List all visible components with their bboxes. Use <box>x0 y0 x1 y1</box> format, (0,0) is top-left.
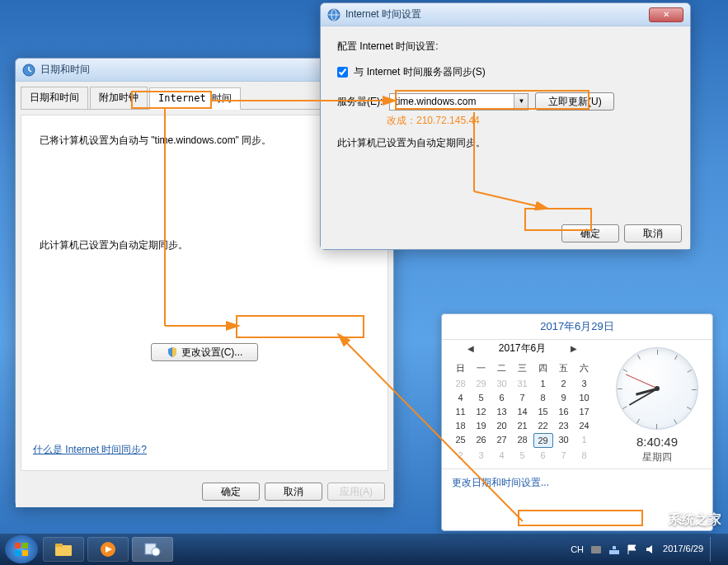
calendar-day[interactable]: 24 <box>575 419 594 432</box>
server-input[interactable] <box>390 94 514 109</box>
popup-date-header: 2017年6月29日 <box>442 314 712 339</box>
change-settings-button[interactable]: 更改设置(C)... <box>151 343 258 361</box>
calendar-day[interactable]: 7 <box>513 391 533 404</box>
weekday-text: 星期四 <box>612 450 702 464</box>
calendar-day-next[interactable]: 2 <box>451 449 471 462</box>
change-date-time-link[interactable]: 更改日期和时间设置... <box>452 477 549 488</box>
second-hand <box>626 374 658 388</box>
calendar-day[interactable]: 29 <box>533 433 553 448</box>
folder-icon <box>54 542 73 557</box>
calendar-day[interactable]: 18 <box>451 419 471 432</box>
close-button[interactable]: ✕ <box>649 7 683 22</box>
calendar-day-next[interactable]: 7 <box>554 449 574 462</box>
svg-rect-23 <box>613 546 616 549</box>
calendar-day-prev[interactable]: 28 <box>451 377 471 390</box>
calendar-day[interactable]: 17 <box>575 405 594 418</box>
calendar-day[interactable]: 19 <box>472 419 491 432</box>
heading-text: 配置 Internet 时间设置: <box>337 40 674 54</box>
calendar-clock-icon <box>144 542 161 557</box>
calendar-day[interactable]: 12 <box>472 405 491 418</box>
help-link[interactable]: 什么是 Internet 时间同步? <box>33 444 147 455</box>
annotation-change-to: 改成：210.72.145.44 <box>387 114 674 128</box>
calendar-day[interactable]: 25 <box>451 433 471 448</box>
calendar-day[interactable]: 13 <box>492 405 512 418</box>
tray-network-icon[interactable] <box>608 544 620 555</box>
calendar-day[interactable]: 23 <box>554 419 574 432</box>
calendar-day-header: 三 <box>513 360 533 376</box>
taskbar-item-explorer[interactable] <box>43 537 84 562</box>
window-title: Internet 时间设置 <box>345 7 649 21</box>
system-tray[interactable]: CH 2017/6/29 <box>571 537 723 562</box>
sync-checkbox[interactable] <box>337 67 348 78</box>
calendar-day[interactable]: 20 <box>492 419 512 432</box>
calendar-day[interactable]: 8 <box>533 391 553 404</box>
calendar-day-next[interactable]: 3 <box>472 449 491 462</box>
tab-internet-time[interactable]: Internet 时间 <box>149 87 241 110</box>
dialog-button-row: 确定 取消 应用(A) <box>16 476 393 507</box>
cancel-button[interactable]: 取消 <box>624 224 682 242</box>
calendar-day[interactable]: 15 <box>533 405 553 418</box>
start-button[interactable] <box>5 535 38 563</box>
window-title: 日期和时间 <box>40 63 352 77</box>
calendar-day[interactable]: 6 <box>492 391 512 404</box>
calendar-day[interactable]: 28 <box>513 433 533 448</box>
clock-icon <box>22 64 35 77</box>
calendar-day[interactable]: 1 <box>533 377 553 390</box>
calendar-day-prev[interactable]: 29 <box>472 377 491 390</box>
calendar-day[interactable]: 10 <box>575 391 594 404</box>
calendar-day-header: 六 <box>575 360 594 376</box>
calendar-day[interactable]: 26 <box>472 433 491 448</box>
calendar-day[interactable]: 21 <box>513 419 533 432</box>
chevron-down-icon[interactable]: ▼ <box>514 94 528 110</box>
dialog-body: 配置 Internet 时间设置: 与 Internet 时间服务器同步(S) … <box>321 26 690 163</box>
calendar-day[interactable]: 9 <box>554 391 574 404</box>
tab-additional-clocks[interactable]: 附加时钟 <box>90 87 148 109</box>
taskbar-item-media[interactable] <box>87 537 129 562</box>
prev-month-button[interactable]: ◀ <box>467 344 474 353</box>
ok-button[interactable]: 确定 <box>202 483 260 501</box>
calendar-day-next[interactable]: 6 <box>533 449 553 462</box>
windows-logo-icon <box>13 541 30 558</box>
svg-rect-14 <box>15 550 21 556</box>
server-combobox[interactable]: ▼ <box>389 93 528 111</box>
calendar-day-next[interactable]: 4 <box>492 449 512 462</box>
calendar-day-prev[interactable]: 31 <box>513 377 533 390</box>
next-month-button[interactable]: ▶ <box>571 344 577 353</box>
calendar-day-next[interactable]: 5 <box>513 449 533 462</box>
calendar-day[interactable]: 14 <box>513 405 533 418</box>
watermark: 系统之家 <box>642 509 721 530</box>
svg-rect-13 <box>22 543 28 549</box>
calendar-day-next[interactable]: 1 <box>575 433 594 448</box>
tray-clock[interactable]: 2017/6/29 <box>663 544 703 554</box>
calendar-day[interactable]: 4 <box>451 391 471 404</box>
show-desktop-button[interactable] <box>710 537 716 562</box>
calendar-day[interactable]: 22 <box>533 419 553 432</box>
popup-footer: 更改日期和时间设置... <box>442 468 712 497</box>
dialog-button-row: 确定 取消 <box>321 218 690 249</box>
ok-button[interactable]: 确定 <box>561 224 619 242</box>
tray-volume-icon[interactable] <box>645 544 656 555</box>
update-now-button[interactable]: 立即更新(U) <box>535 92 614 111</box>
digital-time: 8:40:49 <box>612 435 702 449</box>
calendar-day[interactable]: 2 <box>554 377 574 390</box>
tab-date-time[interactable]: 日期和时间 <box>21 87 88 109</box>
taskbar-item-datetime[interactable] <box>132 537 173 562</box>
calendar-day[interactable]: 16 <box>554 405 574 418</box>
sync-checkbox-row[interactable]: 与 Internet 时间服务器同步(S) <box>337 65 674 79</box>
calendar-day[interactable]: 11 <box>451 405 471 418</box>
month-label[interactable]: 2017年6月 <box>499 341 546 355</box>
language-indicator[interactable]: CH <box>571 544 584 554</box>
calendar-day[interactable]: 27 <box>492 433 512 448</box>
status-text: 此计算机已设置为自动定期同步。 <box>337 136 674 150</box>
tray-flag-icon[interactable] <box>627 544 638 555</box>
cancel-button[interactable]: 取消 <box>265 483 322 501</box>
tray-vmware-icon[interactable] <box>590 544 602 555</box>
calendar-day[interactable]: 3 <box>575 377 594 390</box>
calendar-day[interactable]: 30 <box>554 433 574 448</box>
internet-time-titlebar[interactable]: Internet 时间设置 ✕ <box>321 3 690 26</box>
svg-point-20 <box>152 548 160 556</box>
taskbar[interactable]: CH 2017/6/29 <box>0 534 728 565</box>
calendar-day-next[interactable]: 8 <box>575 449 594 462</box>
calendar-day-prev[interactable]: 30 <box>492 377 512 390</box>
calendar-day[interactable]: 5 <box>472 391 491 404</box>
